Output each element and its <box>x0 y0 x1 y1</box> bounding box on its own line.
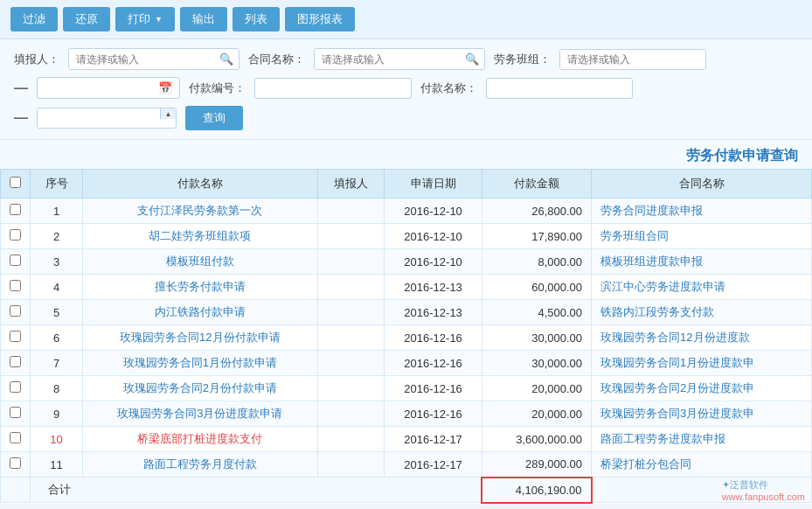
row-filler <box>317 275 385 300</box>
row-checkbox-cell <box>1 427 31 452</box>
row-checkbox-cell <box>1 224 31 249</box>
row-name[interactable]: 模板班组付款 <box>83 249 318 275</box>
row-checkbox-cell <box>1 199 31 224</box>
row-name[interactable]: 玫瑰园劳务合同12月份付款申请 <box>83 325 318 351</box>
filler-input[interactable] <box>69 50 214 69</box>
filler-label: 填报人： <box>14 52 59 67</box>
table-row: 3 模板班组付款 2016-12-10 8,000.00 模板班组进度款申报 <box>1 249 812 275</box>
payment-name-input[interactable] <box>486 78 633 99</box>
row-checkbox[interactable] <box>10 381 21 393</box>
contract-input[interactable] <box>315 50 460 69</box>
row-date: 2016-12-17 <box>385 427 482 452</box>
row-seq: 9 <box>31 401 83 427</box>
table-row: 1 支付江泽民劳务款第一次 2016-12-10 26,800.00 劳务合同进… <box>1 199 812 224</box>
row-date: 2016-12-10 <box>385 199 482 224</box>
row-contract[interactable]: 玫瑰园劳务合同3月份进度款申 <box>592 401 812 427</box>
row-date: 2016-12-17 <box>385 452 482 478</box>
row-name[interactable]: 擅长劳务付款申请 <box>83 275 318 300</box>
row-checkbox[interactable] <box>10 305 21 317</box>
row-name[interactable]: 内江铁路付款申请 <box>83 300 318 325</box>
row-name[interactable]: 玫瑰园劳务合同1月份付款申请 <box>83 351 318 376</box>
header-filler: 填报人 <box>317 170 385 199</box>
row-checkbox[interactable] <box>10 331 21 342</box>
row-checkbox[interactable] <box>10 356 21 367</box>
row-filler <box>317 325 385 351</box>
row-checkbox-cell <box>1 325 31 351</box>
number-input[interactable] <box>38 108 160 128</box>
total-row: 合计 4,106,190.00 <box>1 478 812 503</box>
table-row: 6 玫瑰园劳务合同12月份付款申请 2016-12-16 30,000.00 玫… <box>1 325 812 351</box>
calendar-icon[interactable]: 📅 <box>158 81 172 94</box>
date-input[interactable] <box>45 82 158 94</box>
row-checkbox-cell <box>1 452 31 478</box>
row-checkbox[interactable] <box>10 280 21 291</box>
row-checkbox[interactable] <box>10 254 21 266</box>
section-title: 劳务付款申请查询 <box>0 140 812 169</box>
row-name[interactable]: 玫瑰园劳务合同3月份进度款申请 <box>83 401 318 427</box>
row-contract[interactable]: 玫瑰园劳务合同1月份进度款申 <box>592 351 812 376</box>
filter-button[interactable]: 过滤 <box>10 7 58 31</box>
table-row: 7 玫瑰园劳务合同1月份付款申请 2016-12-16 30,000.00 玫瑰… <box>1 351 812 376</box>
row-name[interactable]: 桥梁底部打桩进度款支付 <box>83 427 318 452</box>
row-contract[interactable]: 滨江中心劳务进度款申请 <box>592 275 812 300</box>
payment-no-label: 付款编号： <box>189 80 246 96</box>
row-filler <box>317 427 385 452</box>
spin-up[interactable]: ▲ <box>160 108 176 119</box>
contract-input-wrap: 🔍 <box>314 48 485 70</box>
filler-search-icon[interactable]: 🔍 <box>214 49 239 69</box>
total-checkbox <box>1 478 31 503</box>
contract-label: 合同名称： <box>248 52 305 67</box>
row-contract[interactable]: 路面工程劳务进度款申报 <box>592 427 812 452</box>
header-name: 付款名称 <box>83 170 318 199</box>
row-amount: 30,000.00 <box>482 325 591 351</box>
print-button[interactable]: 打印 <box>115 7 175 31</box>
row-checkbox[interactable] <box>10 457 21 469</box>
payment-no-input[interactable] <box>254 78 412 99</box>
row-seq: 6 <box>31 325 83 351</box>
header-checkbox-cell <box>1 170 31 199</box>
row-checkbox[interactable] <box>10 432 21 443</box>
row-name[interactable]: 胡二娃劳务班组款项 <box>83 224 318 249</box>
chart-button[interactable]: 图形报表 <box>285 7 355 31</box>
select-all-checkbox[interactable] <box>10 177 21 188</box>
row-contract[interactable]: 模板班组进度款申报 <box>592 249 812 275</box>
row-seq: 1 <box>31 199 83 224</box>
row-checkbox-cell <box>1 275 31 300</box>
row-name[interactable]: 支付江泽民劳务款第一次 <box>83 199 318 224</box>
row-checkbox-cell <box>1 300 31 325</box>
export-button[interactable]: 输出 <box>180 7 227 31</box>
row-name[interactable]: 玫瑰园劳务合同2月份付款申请 <box>83 376 318 401</box>
total-label: 合计 <box>31 478 482 503</box>
row-contract[interactable]: 桥梁打桩分包合同 <box>592 452 812 478</box>
date-input-wrap[interactable]: 📅 <box>37 77 180 99</box>
list-button[interactable]: 列表 <box>232 7 280 31</box>
row-contract[interactable]: 玫瑰园劳务合同12月份进度款 <box>592 325 812 351</box>
row-seq: 10 <box>31 427 83 452</box>
row-contract[interactable]: 劳务合同进度款申报 <box>592 199 812 224</box>
row-checkbox[interactable] <box>10 407 21 418</box>
row-contract[interactable]: 玫瑰园劳务合同2月份进度款申 <box>592 376 812 401</box>
row-name[interactable]: 路面工程劳务月度付款 <box>83 452 318 478</box>
row-amount: 30,000.00 <box>482 351 591 376</box>
row-date: 2016-12-10 <box>385 249 482 275</box>
query-button[interactable]: 查询 <box>185 106 243 130</box>
row-amount: 20,000.00 <box>482 401 591 427</box>
row-date: 2016-12-13 <box>385 300 482 325</box>
row-checkbox[interactable] <box>10 229 21 241</box>
row-filler <box>317 351 385 376</box>
restore-button[interactable]: 还原 <box>63 7 110 31</box>
row-contract[interactable]: 劳务班组合同 <box>592 224 812 249</box>
date-dash-2: — <box>14 110 28 126</box>
table-row: 9 玫瑰园劳务合同3月份进度款申请 2016-12-16 20,000.00 玫… <box>1 401 812 427</box>
row-seq: 5 <box>31 300 83 325</box>
table-row: 5 内江铁路付款申请 2016-12-13 4,500.00 铁路内江段劳务支付… <box>1 300 812 325</box>
labor-group-input[interactable] <box>560 50 705 69</box>
row-checkbox-cell <box>1 351 31 376</box>
row-amount: 60,000.00 <box>482 275 591 300</box>
row-checkbox[interactable] <box>10 204 21 215</box>
row-filler <box>317 249 385 275</box>
table-row: 2 胡二娃劳务班组款项 2016-12-10 17,890.00 劳务班组合同 <box>1 224 812 249</box>
number-input-wrap: ▲ <box>37 108 177 129</box>
contract-search-icon[interactable]: 🔍 <box>460 49 484 69</box>
row-contract[interactable]: 铁路内江段劳务支付款 <box>592 300 812 325</box>
